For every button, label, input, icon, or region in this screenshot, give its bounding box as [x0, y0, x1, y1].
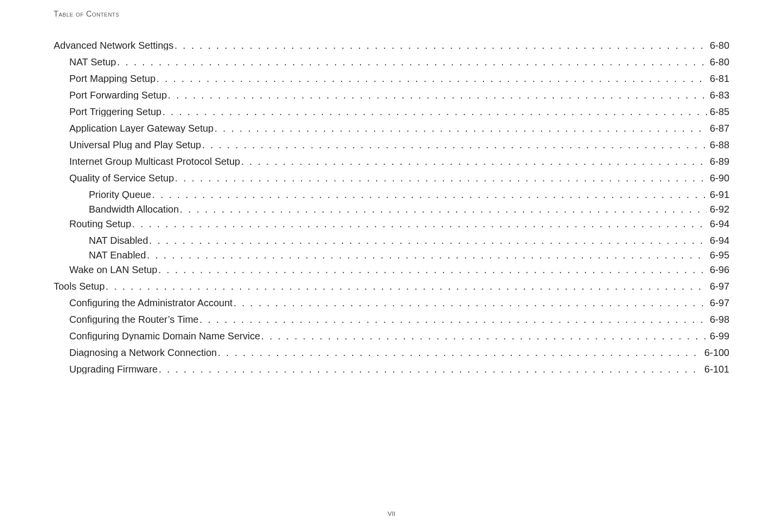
toc-entry-page: 6-80 — [708, 57, 729, 67]
toc-entry-title: Port Mapping Setup — [69, 74, 156, 83]
toc-entry-page: 6-85 — [708, 107, 729, 117]
toc-entry[interactable]: Port Mapping Setup6-81 — [54, 74, 729, 83]
toc-entry[interactable]: Quality of Service Setup6-90 — [54, 173, 729, 183]
toc-entry-page: 6-91 — [708, 190, 729, 199]
toc-leader-dots — [149, 236, 707, 245]
toc-leader-dots — [162, 107, 707, 117]
toc-leader-dots — [234, 298, 707, 308]
toc-leader-dots — [152, 190, 707, 199]
toc-entry[interactable]: Universal Plug and Play Setup6-88 — [54, 140, 729, 150]
toc-entry-page: 6-81 — [708, 74, 729, 83]
toc-entry-title: Upgrading Firmware — [69, 364, 158, 374]
toc-entry-page: 6-101 — [703, 364, 729, 374]
toc-leader-dots — [241, 157, 707, 166]
toc-entry-title: NAT Enabled — [89, 250, 146, 260]
toc-entry-title: Internet Group Multicast Protocol Setup — [69, 157, 240, 166]
toc-entry[interactable]: Wake on LAN Setup6-96 — [54, 265, 729, 275]
toc-entry-title: Routing Setup — [69, 219, 131, 229]
toc-entry-page: 6-97 — [708, 281, 729, 291]
toc-entry-page: 6-94 — [708, 219, 729, 229]
toc-entry-page: 6-97 — [708, 298, 729, 308]
toc-leader-dots — [158, 265, 707, 275]
toc-entry[interactable]: Upgrading Firmware6-101 — [54, 364, 729, 374]
toc-entry-title: Universal Plug and Play Setup — [69, 140, 201, 150]
toc-entry[interactable]: NAT Setup6-80 — [54, 57, 729, 67]
toc-entry-page: 6-83 — [708, 90, 729, 100]
toc-entry-page: 6-100 — [703, 348, 729, 357]
toc-entry-title: Bandwidth Allocation — [89, 204, 179, 214]
toc-entry-page: 6-88 — [708, 140, 729, 150]
toc-entry-title: Quality of Service Setup — [69, 173, 174, 183]
page-header: Table of Contents — [54, 10, 729, 19]
toc-entry-page: 6-95 — [708, 250, 729, 260]
toc-entry-title: NAT Disabled — [89, 236, 148, 245]
toc-entry[interactable]: Diagnosing a Network Connection6-100 — [54, 348, 729, 357]
toc-entry-page: 6-87 — [708, 123, 729, 133]
toc-leader-dots — [157, 74, 707, 83]
toc-entry[interactable]: NAT Enabled6-95 — [54, 250, 729, 260]
toc-leader-dots — [117, 57, 707, 67]
toc-entry[interactable]: Application Layer Gateway Setup6-87 — [54, 123, 729, 133]
toc-entry-page: 6-94 — [708, 236, 729, 245]
toc-entry-page: 6-90 — [708, 173, 729, 183]
toc-entry-title: Tools Setup — [54, 281, 105, 291]
toc-leader-dots — [202, 140, 707, 150]
table-of-contents: Advanced Network Settings6-80NAT Setup6-… — [54, 40, 729, 374]
toc-entry[interactable]: Port Forwarding Setup6-83 — [54, 90, 729, 100]
toc-entry[interactable]: Priority Queue6-91 — [54, 190, 729, 199]
toc-entry[interactable]: Port Triggering Setup6-85 — [54, 107, 729, 117]
toc-entry-title: Configuring the Router’s Time — [69, 315, 199, 324]
toc-entry-title: NAT Setup — [69, 57, 116, 67]
toc-leader-dots — [175, 40, 707, 50]
toc-entry-title: Port Triggering Setup — [69, 107, 161, 117]
toc-entry[interactable]: NAT Disabled6-94 — [54, 236, 729, 245]
toc-leader-dots — [200, 315, 707, 324]
toc-entry-page: 6-92 — [708, 204, 729, 214]
toc-leader-dots — [180, 204, 707, 214]
page-number-footer: VII — [0, 510, 783, 517]
toc-entry[interactable]: Advanced Network Settings6-80 — [54, 40, 729, 50]
toc-leader-dots — [175, 173, 707, 183]
toc-entry-page: 6-80 — [708, 40, 729, 50]
toc-entry-page: 6-89 — [708, 157, 729, 166]
toc-leader-dots — [261, 331, 707, 341]
toc-entry-title: Diagnosing a Network Connection — [69, 348, 217, 357]
toc-entry-page: 6-98 — [708, 315, 729, 324]
toc-leader-dots — [159, 364, 702, 374]
toc-entry-title: Configuring Dynamic Domain Name Service — [69, 331, 260, 341]
toc-entry[interactable]: Configuring the Router’s Time6-98 — [54, 315, 729, 324]
toc-leader-dots — [218, 348, 701, 357]
toc-leader-dots — [147, 250, 707, 260]
toc-entry-page: 6-96 — [708, 265, 729, 275]
toc-entry[interactable]: Routing Setup6-94 — [54, 219, 729, 229]
toc-entry[interactable]: Internet Group Multicast Protocol Setup6… — [54, 157, 729, 166]
toc-entry-title: Application Layer Gateway Setup — [69, 123, 214, 133]
toc-entry-title: Wake on LAN Setup — [69, 265, 157, 275]
toc-entry-page: 6-99 — [708, 331, 729, 341]
toc-entry-title: Port Forwarding Setup — [69, 90, 167, 100]
toc-leader-dots — [106, 281, 707, 291]
toc-entry[interactable]: Configuring the Administrator Account6-9… — [54, 298, 729, 308]
toc-leader-dots — [132, 219, 707, 229]
toc-leader-dots — [215, 123, 707, 133]
toc-leader-dots — [168, 90, 707, 100]
toc-entry-title: Advanced Network Settings — [54, 40, 174, 50]
toc-entry[interactable]: Bandwidth Allocation6-92 — [54, 204, 729, 214]
toc-entry[interactable]: Configuring Dynamic Domain Name Service6… — [54, 331, 729, 341]
toc-entry-title: Configuring the Administrator Account — [69, 298, 233, 308]
toc-entry[interactable]: Tools Setup6-97 — [54, 281, 729, 291]
toc-entry-title: Priority Queue — [89, 190, 151, 199]
